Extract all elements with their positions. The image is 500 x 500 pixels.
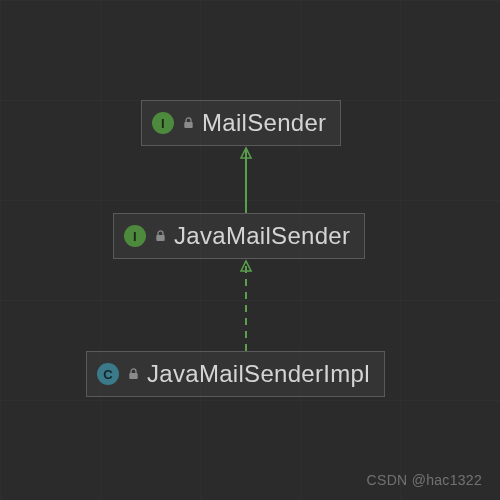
interface-icon: I [152, 112, 174, 134]
uml-diagram: I MailSender I JavaMailSender C JavaMail… [0, 0, 500, 500]
svg-rect-0 [184, 122, 192, 128]
node-label: JavaMailSenderImpl [147, 360, 370, 388]
node-label: MailSender [202, 109, 326, 137]
class-icon: C [97, 363, 119, 385]
node-javamailsender[interactable]: I JavaMailSender [113, 213, 365, 259]
svg-rect-1 [156, 235, 164, 241]
node-javamailsenderimpl[interactable]: C JavaMailSenderImpl [86, 351, 385, 397]
node-label: JavaMailSender [174, 222, 350, 250]
svg-rect-2 [129, 373, 137, 379]
watermark: CSDN @hac1322 [367, 472, 482, 488]
interface-icon: I [124, 225, 146, 247]
lock-icon [154, 230, 166, 242]
lock-icon [182, 117, 194, 129]
node-mailsender[interactable]: I MailSender [141, 100, 341, 146]
lock-icon [127, 368, 139, 380]
